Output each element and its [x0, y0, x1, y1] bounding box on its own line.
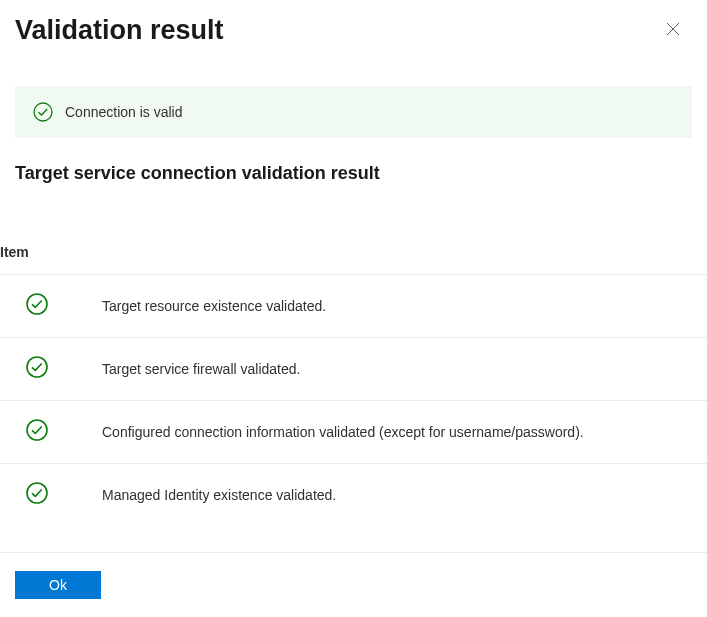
section-subtitle: Target service connection validation res… — [0, 163, 707, 184]
item-text: Configured connection information valida… — [102, 424, 584, 440]
validation-table: Item Target resource existence validated… — [0, 234, 707, 526]
dialog-title: Validation result — [15, 15, 224, 46]
success-check-icon — [33, 102, 53, 122]
item-text: Target service firewall validated. — [102, 361, 300, 377]
status-cell — [0, 419, 102, 445]
status-cell — [0, 356, 102, 382]
table-row: Target resource existence validated. — [0, 274, 707, 337]
svg-point-2 — [27, 357, 47, 377]
column-header-item: Item — [0, 234, 707, 274]
success-check-icon — [26, 293, 48, 315]
success-check-icon — [26, 356, 48, 378]
item-text: Target resource existence validated. — [102, 298, 326, 314]
table-header: Item — [0, 234, 707, 274]
svg-point-0 — [34, 103, 52, 121]
status-cell — [0, 293, 102, 319]
svg-point-4 — [27, 483, 47, 503]
dialog-footer: Ok — [0, 552, 707, 599]
svg-point-1 — [27, 294, 47, 314]
status-cell — [0, 482, 102, 508]
success-check-icon — [26, 482, 48, 504]
success-check-icon — [26, 419, 48, 441]
table-row: Configured connection information valida… — [0, 400, 707, 463]
table-row: Target service firewall validated. — [0, 337, 707, 400]
table-row: Managed Identity existence validated. — [0, 463, 707, 526]
status-banner: Connection is valid — [15, 86, 692, 138]
dialog-header: Validation result — [0, 0, 707, 46]
ok-button[interactable]: Ok — [15, 571, 101, 599]
status-message: Connection is valid — [65, 104, 183, 120]
svg-point-3 — [27, 420, 47, 440]
item-text: Managed Identity existence validated. — [102, 487, 336, 503]
close-button[interactable] — [659, 15, 687, 43]
close-icon — [666, 22, 680, 36]
